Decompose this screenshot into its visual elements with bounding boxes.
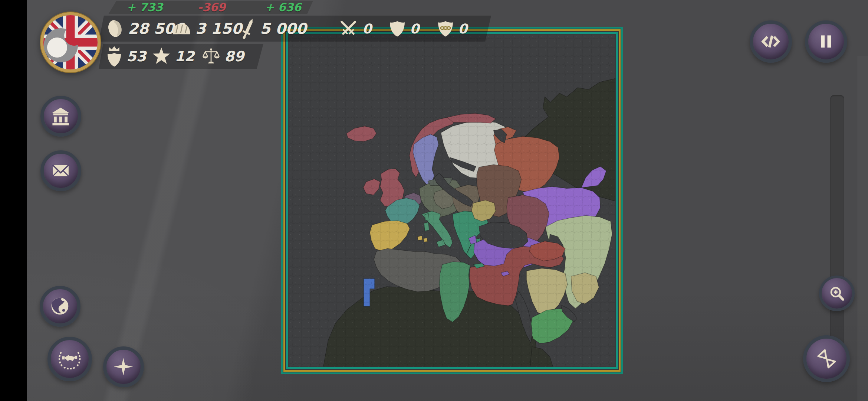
wars-value: 0: [362, 21, 372, 36]
bread-icon: [171, 21, 191, 36]
world-map-button[interactable]: [40, 286, 80, 327]
gold-income: + 733: [122, 1, 167, 14]
provinces-value: 53: [126, 48, 146, 65]
scales-icon: [202, 46, 220, 66]
bank-icon: [50, 105, 71, 127]
food-value: 3 150: [195, 20, 242, 37]
envelope-icon: [50, 160, 71, 181]
sword-icon: [240, 17, 256, 40]
provinces-stat[interactable]: 53: [106, 45, 146, 68]
prestige-stat[interactable]: 12: [152, 45, 194, 68]
legacy-value: 89: [224, 48, 244, 65]
console-button[interactable]: [750, 20, 792, 63]
food-resource[interactable]: 3 150: [171, 16, 242, 41]
zoom-in-button[interactable]: [819, 276, 855, 311]
star-icon: [152, 47, 171, 66]
legacy-stat[interactable]: 89: [202, 45, 244, 68]
globe-icon: [49, 296, 70, 317]
map-scroll-rail[interactable]: [858, 56, 868, 401]
defense-counter[interactable]: 0: [389, 16, 419, 41]
wars-counter[interactable]: 0: [338, 16, 372, 41]
end-turn-button[interactable]: [803, 335, 850, 382]
messages-button[interactable]: [40, 150, 81, 191]
pacts-counter[interactable]: 0: [437, 16, 467, 41]
world-map[interactable]: [289, 35, 615, 366]
code-icon: [760, 30, 782, 53]
compass-star-icon: [113, 356, 134, 377]
country-flag-button[interactable]: [39, 11, 102, 74]
crown-shield-icon: [106, 45, 122, 68]
screen-left-letterbox: [0, 0, 27, 401]
crossed-swords-icon: [338, 19, 358, 39]
manpower-value: 5 000: [260, 20, 306, 37]
coin-icon: [107, 19, 124, 39]
shield-chain-icon: [437, 19, 454, 39]
province-texture: [289, 35, 615, 366]
zoom-slider-track[interactable]: [830, 95, 844, 374]
pause-icon: [815, 30, 837, 53]
prestige-value: 12: [175, 48, 194, 65]
manpower-resource[interactable]: 5 000: [240, 16, 306, 41]
handshake-laurel-icon: [58, 347, 81, 371]
leader-avatar-head: [47, 38, 67, 58]
game-screen: + 733 -369 + 636 28 500 3 150 5 000: [0, 0, 868, 401]
shield-icon: [389, 19, 406, 39]
compass-button[interactable]: [103, 346, 144, 387]
hourglass-icon: [814, 346, 839, 371]
diplomacy-button[interactable]: [47, 337, 92, 381]
government-button[interactable]: [40, 96, 81, 137]
defense-value: 0: [410, 21, 419, 36]
pacts-value: 0: [458, 21, 467, 36]
pause-button[interactable]: [805, 20, 847, 63]
manpower-income: + 636: [259, 1, 307, 14]
food-income: -369: [190, 1, 233, 14]
magnifier-plus-icon: [828, 284, 846, 303]
